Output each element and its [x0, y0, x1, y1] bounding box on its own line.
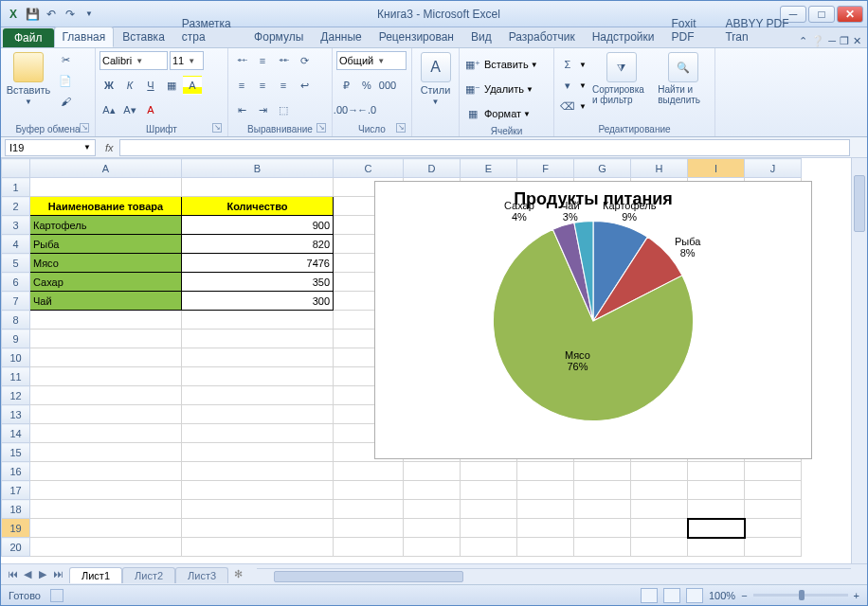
tab-page-layout[interactable]: Разметка стра [173, 13, 245, 47]
increase-decimal-icon[interactable]: .00→ [336, 100, 355, 119]
cell-I20[interactable] [688, 538, 745, 557]
currency-icon[interactable]: ₽ [336, 76, 355, 95]
align-center-icon[interactable]: ≡ [253, 76, 272, 95]
cell-B10[interactable] [182, 348, 334, 367]
insert-cells-icon[interactable]: ▦⁺ [463, 55, 482, 74]
styles-button[interactable]: AСтили▼ [416, 50, 455, 108]
cell-G20[interactable] [574, 538, 631, 557]
cell-B13[interactable] [182, 405, 334, 424]
cell-B14[interactable] [182, 424, 334, 443]
cell-C19[interactable] [334, 519, 404, 538]
new-sheet-icon[interactable]: ✻ [228, 568, 248, 580]
col-header-D[interactable]: D [404, 159, 461, 178]
sheet-nav-first-icon[interactable]: ⏮ [5, 568, 20, 580]
cell-B11[interactable] [182, 367, 334, 386]
sort-filter-button[interactable]: ⧩Сортировка и фильтр [590, 50, 652, 107]
cell-I19[interactable] [688, 519, 745, 538]
cell-A12[interactable] [30, 386, 182, 405]
wrap-text-icon[interactable]: ↩ [295, 76, 314, 95]
macro-record-icon[interactable] [50, 589, 63, 602]
align-bottom-icon[interactable]: ⬵ [274, 51, 293, 70]
vertical-scrollbar[interactable] [851, 158, 867, 563]
row-header-6[interactable]: 6 [2, 273, 30, 292]
copy-icon[interactable]: 📄 [56, 71, 75, 90]
cell-C18[interactable] [334, 500, 404, 519]
tab-formulas[interactable]: Формулы [245, 27, 312, 47]
cell-A18[interactable] [30, 500, 182, 519]
row-header-2[interactable]: 2 [2, 197, 30, 216]
row-header-18[interactable]: 18 [2, 500, 30, 519]
cell-B12[interactable] [182, 386, 334, 405]
cell-A3[interactable]: Картофель [30, 216, 182, 235]
embedded-chart[interactable]: Продукты питания Картофель9% Рыба8% Мясо… [374, 181, 812, 459]
view-normal-icon[interactable] [641, 588, 658, 603]
align-left-icon[interactable]: ≡ [232, 76, 251, 95]
cell-A11[interactable] [30, 367, 182, 386]
font-launcher-icon[interactable]: ↘ [212, 123, 222, 133]
tab-abbyy[interactable]: ABBYY PDF Tran [716, 13, 799, 47]
tab-foxit[interactable]: Foxit PDF [663, 13, 717, 47]
cell-A8[interactable] [30, 311, 182, 330]
cell-B8[interactable] [182, 311, 334, 330]
delete-cells-icon[interactable]: ▦⁻ [463, 80, 482, 98]
font-name-combo[interactable]: Calibri▼ [99, 51, 168, 70]
cell-H18[interactable] [631, 500, 688, 519]
cell-B6[interactable]: 350 [182, 273, 334, 292]
decrease-decimal-icon[interactable]: ←.0 [357, 100, 376, 119]
cell-D18[interactable] [404, 500, 461, 519]
cell-B9[interactable] [182, 330, 334, 348]
sheet-nav-next-icon[interactable]: ▶ [35, 568, 50, 580]
close-button[interactable]: ✕ [837, 6, 863, 23]
doc-close-icon[interactable]: ✕ [853, 35, 861, 47]
cell-A7[interactable]: Чай [30, 292, 182, 311]
number-format-combo[interactable]: Общий▼ [336, 51, 407, 70]
cell-C17[interactable] [334, 481, 404, 500]
row-header-11[interactable]: 11 [2, 367, 30, 386]
cell-A16[interactable] [30, 462, 182, 481]
cell-G18[interactable] [574, 500, 631, 519]
formula-input[interactable] [119, 139, 850, 156]
comma-icon[interactable]: 000 [378, 76, 397, 95]
align-middle-icon[interactable]: ≡ [253, 51, 272, 70]
col-header-G[interactable]: G [574, 159, 631, 178]
cell-B16[interactable] [182, 462, 334, 481]
cell-F18[interactable] [517, 500, 574, 519]
delete-cells-label[interactable]: Удалить [484, 83, 524, 95]
italic-button[interactable]: К [120, 76, 139, 95]
cell-A14[interactable] [30, 424, 182, 443]
tab-data[interactable]: Данные [312, 27, 370, 47]
underline-button[interactable]: Ч [141, 76, 160, 95]
tab-home[interactable]: Главная [54, 27, 115, 47]
cell-H20[interactable] [631, 538, 688, 557]
zoom-out-icon[interactable]: − [741, 590, 747, 601]
cell-I18[interactable] [688, 500, 745, 519]
col-header-J[interactable]: J [745, 159, 802, 178]
col-header-A[interactable]: A [30, 159, 182, 178]
view-pagebreak-icon[interactable] [686, 588, 703, 603]
undo-icon[interactable]: ↶ [43, 6, 60, 23]
row-header-12[interactable]: 12 [2, 386, 30, 405]
cell-F20[interactable] [517, 538, 574, 557]
cell-B20[interactable] [182, 538, 334, 557]
col-header-I[interactable]: I [688, 159, 745, 178]
tab-view[interactable]: Вид [462, 27, 500, 47]
number-launcher-icon[interactable]: ↘ [396, 123, 406, 133]
cell-A17[interactable] [30, 481, 182, 500]
cell-E19[interactable] [461, 519, 517, 538]
cell-A4[interactable]: Рыба [30, 235, 182, 254]
cell-J20[interactable] [745, 538, 802, 557]
tab-insert[interactable]: Вставка [114, 27, 173, 47]
zoom-in-icon[interactable]: + [854, 590, 859, 601]
cell-A1[interactable] [30, 178, 182, 197]
cell-A20[interactable] [30, 538, 182, 557]
save-icon[interactable]: 💾 [24, 6, 41, 23]
insert-cells-label[interactable]: Вставить [484, 59, 529, 70]
cell-J19[interactable] [745, 519, 802, 538]
minimize-ribbon-icon[interactable]: ⌃ [799, 35, 807, 47]
percent-icon[interactable]: % [357, 76, 376, 95]
decrease-indent-icon[interactable]: ⇤ [232, 100, 251, 119]
cell-D16[interactable] [404, 462, 461, 481]
autosum-icon[interactable]: Σ [558, 55, 577, 74]
cell-E17[interactable] [461, 481, 517, 500]
row-header-13[interactable]: 13 [2, 405, 30, 424]
